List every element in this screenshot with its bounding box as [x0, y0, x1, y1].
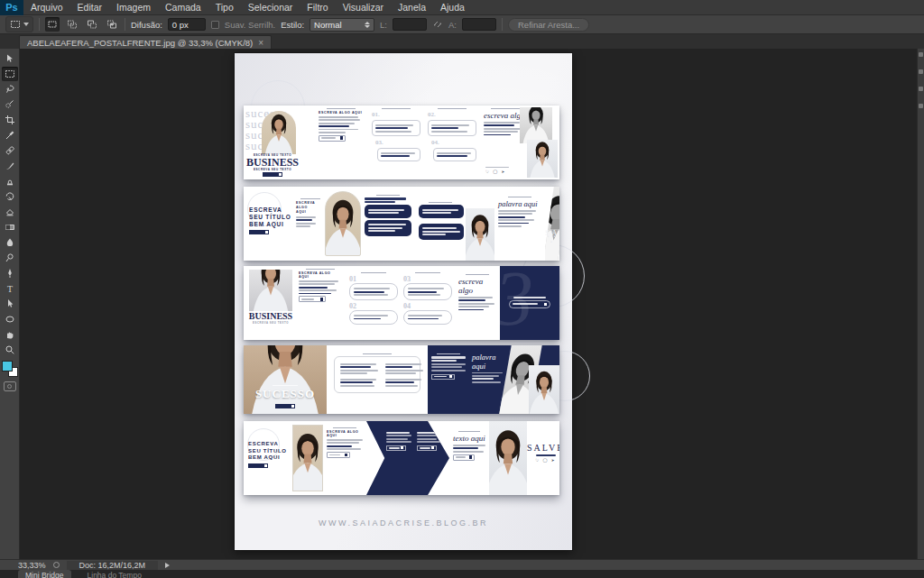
- banner2-chat-col1: [361, 187, 415, 261]
- add-to-selection-button[interactable]: [65, 17, 79, 32]
- banner-4: SUCESSO: [244, 345, 559, 414]
- chevron-down-icon: [23, 23, 29, 26]
- document-tab[interactable]: ABELAEAFERA_POSTALFRENTE.jpg @ 33,3% (CM…: [19, 35, 272, 49]
- antialias-checkbox[interactable]: [211, 21, 219, 29]
- banner2-save-panel: SALVE • • •: [545, 187, 559, 261]
- menu-tipo[interactable]: Tipo: [208, 0, 241, 15]
- dodge-tool[interactable]: [2, 251, 18, 265]
- panel-icon[interactable]: [919, 87, 923, 91]
- photo-woman: [249, 270, 292, 311]
- link-dimensions-icon[interactable]: [432, 19, 443, 30]
- style-value: Normal: [314, 20, 342, 30]
- quick-selection-tool[interactable]: [2, 97, 18, 112]
- banner5-arrow-panel: [366, 421, 449, 495]
- panel-icon[interactable]: [919, 52, 923, 57]
- panel-icon[interactable]: [919, 69, 923, 74]
- banner3-subtitle: ESCREVA SEU TEXTO: [247, 321, 294, 325]
- banner1-steps-col1: 01. 03.: [368, 106, 424, 179]
- cta-outline-button: [431, 374, 455, 380]
- height-label: A:: [448, 20, 457, 30]
- photo-woman: [466, 208, 494, 261]
- hand-tool[interactable]: [2, 327, 18, 342]
- eraser-tool[interactable]: [2, 205, 18, 219]
- menu-ajuda[interactable]: Ajuda: [433, 0, 472, 15]
- eyedropper-tool[interactable]: [2, 128, 18, 142]
- pen-tool[interactable]: [2, 266, 18, 280]
- tab-mini-bridge[interactable]: Mini Bridge: [18, 570, 71, 578]
- quick-mask-icon[interactable]: [4, 381, 16, 391]
- status-expand-icon[interactable]: [165, 563, 170, 568]
- feather-input[interactable]: 0 px: [168, 18, 206, 31]
- move-tool[interactable]: [2, 51, 18, 66]
- crop-tool[interactable]: [2, 113, 18, 127]
- menu-bar: Ps Arquivo Editar Imagem Camada Tipo Sel…: [0, 0, 924, 15]
- panel-icon[interactable]: [919, 104, 923, 108]
- cta-button: [248, 463, 268, 468]
- photo-woman: [527, 140, 558, 178]
- step-number: 04.: [431, 139, 476, 146]
- banner1-steps-col2: 02. 04.: [424, 106, 480, 179]
- foreground-color-swatch[interactable]: [2, 361, 13, 372]
- menu-visualizar[interactable]: Visualizar: [336, 0, 391, 15]
- document-title: ABELAEAFERA_POSTALFRENTE.jpg @ 33,3% (CM…: [27, 38, 253, 48]
- ellipse-shape-tool[interactable]: [2, 312, 18, 326]
- color-swatches: [2, 361, 18, 377]
- width-label: L:: [380, 20, 387, 30]
- menu-filtro[interactable]: Filtro: [300, 0, 335, 15]
- banner1-title: BUSINESS: [244, 157, 301, 168]
- menu-editar[interactable]: Editar: [70, 0, 109, 15]
- tool-preset-picker[interactable]: [5, 16, 33, 32]
- banner1-panels: ESCREVA ALGO AQUI 01. 03.: [314, 106, 559, 179]
- history-brush-tool[interactable]: [2, 189, 18, 204]
- banner3-steps: 01 02 03 04: [346, 266, 455, 340]
- menu-imagem[interactable]: Imagem: [109, 0, 158, 15]
- svg-text:T: T: [6, 284, 12, 294]
- banner3-cover: BUSINESS ESCREVA SEU TEXTO: [244, 266, 294, 340]
- subtract-selection-icon: [87, 19, 97, 30]
- photo-woman-grayscale: [545, 187, 559, 261]
- antialias-label: Suav. Serrilh.: [225, 20, 275, 30]
- refine-edge-button[interactable]: Refinar Aresta...: [508, 18, 589, 32]
- photo-woman-arch: [325, 191, 361, 256]
- blur-tool[interactable]: [2, 235, 18, 250]
- banner-3: BUSINESS ESCREVA SEU TEXTO ESCREVA ALGO …: [244, 266, 559, 340]
- healing-brush-tool[interactable]: [2, 143, 18, 158]
- lasso-tool[interactable]: [2, 82, 18, 96]
- subtract-from-selection-button[interactable]: [85, 17, 99, 32]
- width-input[interactable]: [393, 18, 427, 31]
- banner1-photos: [518, 107, 558, 178]
- close-tab-icon[interactable]: ×: [258, 38, 263, 48]
- intersect-selection-icon: [106, 19, 117, 30]
- intersect-selection-button[interactable]: [105, 17, 119, 32]
- rectangular-marquee-tool[interactable]: [2, 67, 18, 81]
- canvas-area[interactable]: sucesso sucesso sucesso sucesso ESCREVA …: [20, 49, 917, 559]
- gradient-tool[interactable]: [2, 220, 18, 234]
- separator: [125, 18, 125, 31]
- menu-janela[interactable]: Janela: [391, 0, 433, 15]
- new-selection-button[interactable]: [45, 17, 60, 32]
- clone-stamp-tool[interactable]: [2, 174, 18, 188]
- photo-woman: [489, 421, 527, 495]
- zoom-level[interactable]: 33,33%: [18, 561, 46, 570]
- menu-arquivo[interactable]: Arquivo: [23, 0, 70, 15]
- brush-tool[interactable]: [2, 159, 18, 173]
- style-dropdown[interactable]: Normal: [310, 18, 374, 32]
- save-word: SALVE: [527, 443, 559, 453]
- add-selection-icon: [67, 19, 78, 30]
- menu-selecionar[interactable]: Selecionar: [241, 0, 300, 15]
- cta-pill-button: [509, 300, 550, 308]
- social-icons: ♡ ◯ ➤: [485, 170, 509, 174]
- dropdown-spinner-icon: [365, 22, 370, 28]
- type-tool[interactable]: T: [2, 281, 18, 296]
- bottom-panel-tabs: Mini Bridge Linha do Tempo: [0, 570, 924, 578]
- height-input[interactable]: [462, 18, 496, 31]
- step-number: 03: [403, 275, 452, 283]
- tools-panel: T: [0, 49, 20, 559]
- tab-linha-do-tempo[interactable]: Linha do Tempo: [80, 570, 149, 578]
- banner4-title: SUCESSO: [244, 387, 327, 401]
- zoom-tool[interactable]: [2, 343, 18, 357]
- menu-camada[interactable]: Camada: [158, 0, 208, 15]
- open-image[interactable]: sucesso sucesso sucesso sucesso ESCREVA …: [235, 53, 572, 550]
- step-number: 03.: [375, 139, 420, 146]
- path-selection-tool[interactable]: [2, 297, 18, 311]
